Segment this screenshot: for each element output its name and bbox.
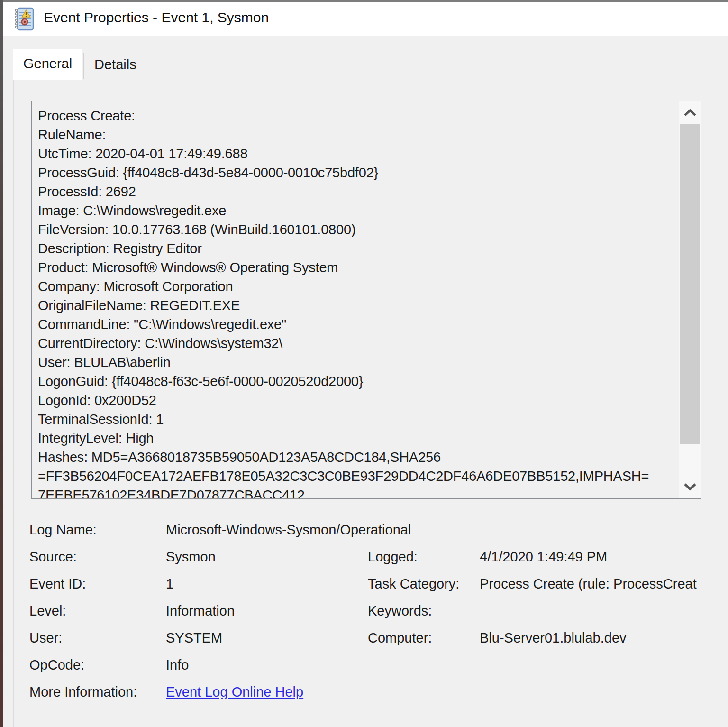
chevron-up-icon <box>683 109 697 117</box>
event-line: =FF3B56204F0CEA172AEFB178E05A32C3C3C0BE9… <box>38 467 676 486</box>
log-name-value: Microsoft-Windows-Sysmon/Operational <box>166 522 728 538</box>
tab-details-label: Details <box>94 57 136 72</box>
tab-general[interactable]: General <box>13 49 82 80</box>
tab-details[interactable]: Details <box>83 53 139 79</box>
event-line: FileVersion: 10.0.17763.168 (WinBuild.16… <box>38 220 676 239</box>
event-line: LogonId: 0x200D52 <box>38 391 676 410</box>
event-log-online-help-link[interactable]: Event Log Online Help <box>166 684 303 699</box>
event-summary-fields: Log Name: Microsoft-Windows-Sysmon/Opera… <box>29 516 728 706</box>
title-bar: Event Properties - Event 1, Sysmon <box>3 2 728 36</box>
opcode-label: OpCode: <box>29 657 166 673</box>
window-title: Event Properties - Event 1, Sysmon <box>44 9 269 26</box>
task-category-label: Task Category: <box>368 576 480 592</box>
screen-left-edge <box>0 0 3 727</box>
computer-label: Computer: <box>368 630 480 646</box>
event-line: ProcessId: 2692 <box>38 182 676 201</box>
vertical-scrollbar[interactable] <box>679 101 701 498</box>
event-line: UtcTime: 2020-04-01 17:49:49.688 <box>38 144 676 163</box>
event-line: TerminalSessionId: 1 <box>38 410 676 429</box>
event-line: Image: C:\Windows\regedit.exe <box>38 201 676 220</box>
source-label: Source: <box>29 549 166 565</box>
event-line: RuleName: <box>38 125 676 144</box>
event-line: ProcessGuid: {ff4048c8-d43d-5e84-0000-00… <box>38 163 676 182</box>
scroll-down-button[interactable] <box>679 475 701 498</box>
event-line: Description: Registry Editor <box>38 239 676 258</box>
logged-value: 4/1/2020 1:49:49 PM <box>480 549 728 565</box>
more-information-cell: Event Log Online Help <box>166 684 728 700</box>
log-name-label: Log Name: <box>29 522 166 538</box>
tab-general-label: General <box>23 56 72 71</box>
event-description-box[interactable]: Process Create: RuleName: UtcTime: 2020-… <box>31 101 701 499</box>
event-line: Process Create: <box>38 106 676 125</box>
user-value: SYSTEM <box>166 630 368 646</box>
event-id-value: 1 <box>166 576 368 592</box>
event-line: 7EEBE576102E34BDE7D07877CBACC412 <box>38 486 676 498</box>
source-value: Sysmon <box>166 549 368 565</box>
event-line: User: BLULAB\aberlin <box>38 353 676 372</box>
keywords-label: Keywords: <box>368 603 480 619</box>
event-line: CurrentDirectory: C:\Windows\system32\ <box>38 334 676 353</box>
computer-value: Blu-Server01.blulab.dev <box>480 630 728 646</box>
event-properties-dialog: { "window": { "title": "Event Properties… <box>0 0 728 727</box>
event-line: Company: Microsoft Corporation <box>38 277 676 296</box>
level-label: Level: <box>29 603 166 619</box>
opcode-value: Info <box>166 657 368 673</box>
event-line: IntegrityLevel: High <box>38 429 676 448</box>
event-line: Product: Microsoft® Windows® Operating S… <box>38 258 676 277</box>
event-description-text: Process Create: RuleName: UtcTime: 2020-… <box>32 101 678 498</box>
event-line: Hashes: MD5=A3668018735B59050AD123A5A8CD… <box>38 448 676 467</box>
level-value: Information <box>166 603 368 619</box>
chevron-down-icon <box>683 482 697 491</box>
event-line: CommandLine: "C:\Windows\regedit.exe" <box>38 315 676 334</box>
logged-label: Logged: <box>368 549 480 565</box>
scrollbar-thumb[interactable] <box>680 124 700 444</box>
event-id-label: Event ID: <box>29 576 166 592</box>
event-line: LogonGuid: {ff4048c8-f63c-5e6f-0000-0020… <box>38 372 676 391</box>
user-label: User: <box>29 630 166 646</box>
event-log-icon <box>14 7 34 31</box>
event-line: OriginalFileName: REGEDIT.EXE <box>38 296 676 315</box>
more-information-label: More Information: <box>29 684 166 700</box>
task-category-value: Process Create (rule: ProcessCreat <box>480 576 728 592</box>
scroll-up-button[interactable] <box>679 101 701 124</box>
